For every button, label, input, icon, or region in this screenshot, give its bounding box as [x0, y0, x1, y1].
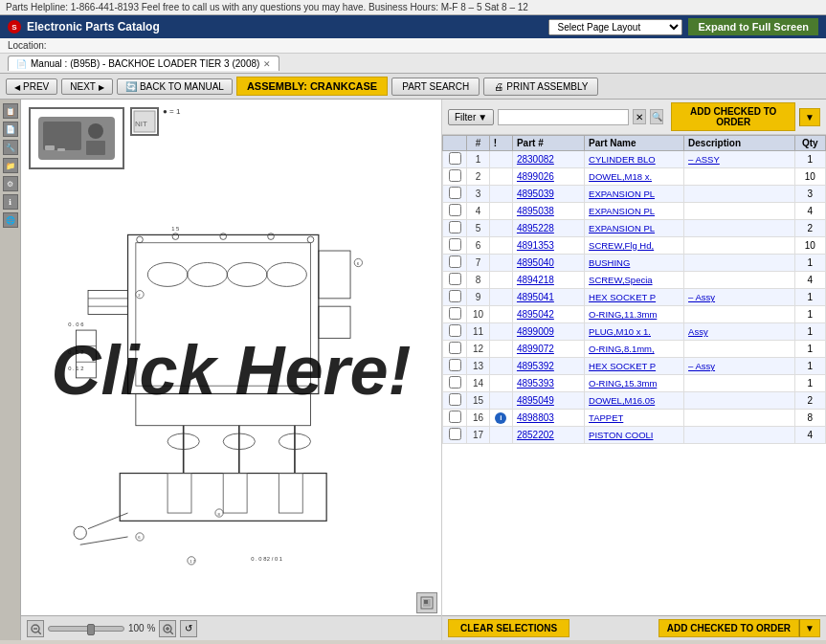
row-checkbox[interactable]: [449, 152, 461, 165]
sidebar-icon-6[interactable]: ℹ: [3, 194, 18, 210]
page-layout-select[interactable]: Select Page Layout: [548, 19, 682, 35]
print-assembly-button[interactable]: 🖨 PRINT ASSEMBLY: [483, 78, 598, 96]
zoom-slider-handle[interactable]: [87, 624, 95, 635]
sidebar-icon-5[interactable]: ⚙: [3, 176, 18, 191]
part-num-link[interactable]: 4895040: [517, 257, 554, 268]
expand-fullscreen-button[interactable]: Expand to Full Screen: [688, 18, 818, 35]
part-name-link[interactable]: DOWEL,M18 x.: [589, 171, 652, 182]
close-tab-icon[interactable]: ✕: [263, 59, 271, 69]
row-checkbox[interactable]: [449, 273, 461, 285]
part-num-link[interactable]: 4895228: [517, 223, 554, 233]
manual-tab[interactable]: 📄 Manual : (B95B) - BACKHOE LOADER TIER …: [8, 56, 279, 71]
add-checked-order-dropdown-bottom[interactable]: ▼: [799, 619, 820, 637]
zoom-out-button[interactable]: [27, 620, 44, 637]
part-num-link[interactable]: 4895042: [517, 309, 554, 320]
part-num-link[interactable]: 4894218: [517, 275, 554, 285]
row-part-num: 4895038: [512, 203, 584, 220]
part-name-link[interactable]: HEX SOCKET P: [589, 361, 656, 371]
description-link[interactable]: – Assy: [688, 292, 715, 302]
row-checkbox[interactable]: [449, 187, 461, 199]
part-name-link[interactable]: EXPANSION PL: [589, 206, 655, 216]
part-num-link[interactable]: 2852202: [517, 430, 554, 440]
part-name-link[interactable]: O-RING,11.3mm: [589, 309, 657, 320]
sidebar-icon-7[interactable]: 🌐: [3, 212, 18, 228]
row-checkbox[interactable]: [449, 255, 461, 268]
row-flag: [489, 323, 512, 341]
sidebar-icon-4[interactable]: 📁: [3, 158, 18, 173]
next-button[interactable]: NEXT: [61, 78, 113, 95]
table-row: 34895039EXPANSION PL3: [443, 186, 826, 203]
prev-button[interactable]: PREV: [6, 78, 57, 95]
row-checkbox[interactable]: [449, 324, 461, 337]
part-name-link[interactable]: CYLINDER BLO: [589, 154, 656, 165]
row-checkbox[interactable]: [449, 428, 461, 440]
part-name-link[interactable]: DOWEL,M16.05: [589, 395, 655, 406]
row-description: – ASSY: [684, 151, 795, 168]
row-checkbox[interactable]: [449, 342, 461, 354]
part-num-link[interactable]: 4899072: [517, 344, 554, 354]
part-name-link[interactable]: EXPANSION PL: [589, 223, 655, 233]
nav-toolbar: PREV NEXT 🔄 BACK TO MANUAL ASSEMBLY: CRA…: [0, 74, 826, 100]
row-checkbox[interactable]: [449, 393, 461, 406]
part-search-button[interactable]: PART SEARCH: [391, 78, 480, 96]
row-qty: 4: [794, 203, 825, 220]
part-name-link[interactable]: O-RING,8.1mm,: [589, 344, 655, 354]
part-num-link[interactable]: 4899009: [517, 326, 554, 337]
part-num-link[interactable]: 4895038: [517, 206, 554, 216]
sidebar-icon-3[interactable]: 🔧: [3, 140, 18, 155]
zoom-in-button[interactable]: [159, 620, 176, 637]
description-link[interactable]: Assy: [688, 326, 708, 337]
back-to-manual-button[interactable]: 🔄 BACK TO MANUAL: [117, 78, 233, 95]
part-name-link[interactable]: PISTON COOLI: [589, 430, 653, 440]
row-checkbox[interactable]: [449, 359, 461, 371]
filter-clear-button[interactable]: ✕: [633, 109, 646, 124]
filter-search-button[interactable]: 🔍: [650, 109, 663, 124]
part-name-link[interactable]: TAPPET: [589, 412, 623, 423]
description-link[interactable]: – ASSY: [688, 154, 720, 165]
part-name-link[interactable]: EXPANSION PL: [589, 189, 655, 199]
row-checkbox[interactable]: [449, 238, 461, 251]
part-name-link[interactable]: PLUG,M10 x 1.: [589, 326, 651, 337]
part-num-link[interactable]: 4895039: [517, 189, 554, 199]
part-num-link[interactable]: 2830082: [517, 154, 554, 165]
add-checked-to-order-button[interactable]: ADD CHECKED TO ORDER: [671, 102, 795, 131]
parts-panel: Filter ▼ ✕ 🔍 ADD CHECKED TO ORDER ▼ # ! …: [442, 100, 826, 640]
row-part-num: 4895049: [512, 392, 584, 410]
table-header-row: # ! Part # Part Name Description Qty: [443, 136, 826, 151]
part-num-link[interactable]: 4895392: [517, 361, 554, 371]
row-checkbox[interactable]: [449, 169, 461, 182]
part-name-link[interactable]: O-RING,15.3mm: [589, 378, 657, 389]
part-name-link[interactable]: SCREW,Flg Hd,: [589, 240, 654, 251]
clear-selections-button[interactable]: CLEAR SELECTIONS: [448, 619, 569, 637]
row-checkbox[interactable]: [449, 307, 461, 320]
engine-thumb-svg: [33, 112, 120, 165]
row-checkbox[interactable]: [449, 204, 461, 216]
row-num: 5: [467, 220, 489, 237]
part-num-link[interactable]: 4895041: [517, 292, 554, 302]
row-checkbox[interactable]: [449, 411, 461, 423]
info-icon[interactable]: i: [495, 412, 506, 424]
sidebar-icon-2[interactable]: 📄: [3, 122, 18, 137]
part-num-link[interactable]: 4899026: [517, 171, 554, 182]
sidebar-icon-1[interactable]: 📋: [3, 103, 18, 119]
add-checked-dropdown-button[interactable]: ▼: [799, 108, 820, 126]
description-link[interactable]: – Assy: [688, 361, 715, 371]
part-num-link[interactable]: 4895049: [517, 395, 554, 406]
add-checked-order-button-bottom[interactable]: ADD CHECKED TO ORDER: [659, 619, 799, 637]
diagram-nav-refresh[interactable]: ↺: [180, 620, 197, 637]
row-checkbox[interactable]: [449, 221, 461, 233]
part-num-link[interactable]: 4891353: [517, 240, 554, 251]
row-checkbox[interactable]: [449, 290, 461, 302]
row-part-num: 4895042: [512, 306, 584, 323]
filter-input[interactable]: [498, 109, 629, 125]
filter-button[interactable]: Filter ▼: [448, 109, 494, 125]
part-num-link[interactable]: 4895393: [517, 378, 554, 389]
logo-letter: S: [11, 23, 16, 32]
part-name-link[interactable]: SCREW,Specia: [589, 275, 653, 285]
part-name-link[interactable]: BUSHING: [589, 257, 630, 268]
row-checkbox[interactable]: [449, 376, 461, 389]
part-num-link[interactable]: 4898803: [517, 412, 554, 423]
part-name-link[interactable]: HEX SOCKET P: [589, 292, 656, 302]
map-icon[interactable]: [416, 592, 437, 613]
row-part-name: O-RING,11.3mm: [585, 306, 684, 323]
